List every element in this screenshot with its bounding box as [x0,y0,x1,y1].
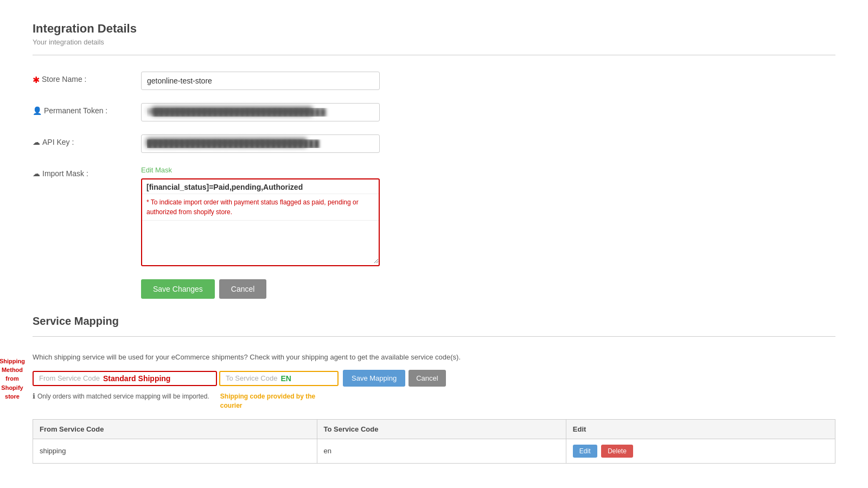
table-row: shipping en Edit Delete [33,439,835,463]
from-service-label: From Service Code [39,374,100,382]
from-code-cell: shipping [33,439,317,463]
from-service-input-wrapper[interactable]: From Service Code Standard Shipping [33,371,217,386]
col-from-service: From Service Code [33,419,317,439]
cloud-icon: ☁ [33,138,40,146]
courier-hint: Shipping code provided by the courier [220,392,315,410]
mask-textarea-outer: [financial_status]=Paid,pending,Authoriz… [141,178,380,266]
shipping-method-side-label: Shipping Method from Shopify store [0,356,30,400]
service-mapping-section: Service Mapping Which shipping service w… [33,315,835,464]
permanent-token-value: 5f████████████████████████████████ [146,107,312,115]
info-text-content: Only orders with matched service mapping… [37,393,209,400]
to-service-input-wrapper[interactable]: To Service Code EN [219,371,339,386]
to-service-value: EN [280,374,291,383]
col-edit: Edit [566,419,835,439]
person-icon: 👤 [33,106,42,115]
mapping-table: From Service Code To Service Code Edit s… [33,419,835,464]
info-icon: ℹ [33,392,35,400]
mask-first-line: [financial_status]=Paid,pending,Authoriz… [142,179,379,194]
side-label-line1: Shipping Method [0,358,25,373]
to-service-label: To Service Code [226,374,277,382]
store-name-label: ✱ Store Name : [33,72,141,85]
info-text: ℹ Only orders with matched service mappi… [33,392,209,400]
required-star: ✱ [33,75,40,85]
cloud-icon-2: ☁ [33,169,40,178]
api-key-label: ☁ API Key : [33,134,141,146]
permanent-token-row: 👤 Permanent Token : 5f██████████████████… [33,103,835,121]
to-code-cell: en [317,439,566,463]
courier-hint-line2: courier [220,402,242,409]
side-label-line2: from Shopify store [1,375,23,400]
import-mask-label: ☁ Import Mask : [33,166,141,178]
store-name-label-text: Store Name : [42,75,86,84]
mask-textarea[interactable] [142,220,379,264]
store-name-input[interactable] [141,72,380,90]
table-header-row: From Service Code To Service Code Edit [33,419,835,439]
edit-row-button[interactable]: Edit [573,445,597,458]
import-mask-wrapper: Edit Mask [financial_status]=Paid,pendin… [141,166,380,266]
info-row: ℹ Only orders with matched service mappi… [33,392,835,410]
page-title: Integration Details [33,22,835,36]
edit-mask-link[interactable]: Edit Mask [141,166,380,174]
mask-hint: * To indicate import order with payment … [142,194,379,220]
divider-2 [33,336,835,337]
page-subtitle: Your integration details [33,38,835,46]
divider [33,55,835,55]
from-service-value: Standard Shipping [103,374,170,383]
save-mapping-button[interactable]: Save Mapping [343,370,405,387]
col-to-service: To Service Code [317,419,566,439]
service-mapping-desc: Which shipping service will be used for … [33,353,835,361]
cancel-mapping-button[interactable]: Cancel [409,370,445,387]
import-mask-label-text: Import Mask : [42,169,88,178]
api-key-label-text: API Key : [42,138,74,146]
form-buttons-row: Save Changes Cancel [141,279,835,299]
courier-hint-line1: Shipping code provided by the [220,393,315,400]
integration-details-form: ✱ Store Name : 👤 Permanent Token : 5f███… [33,72,835,299]
import-mask-row: ☁ Import Mask : Edit Mask [financial_sta… [33,166,835,266]
permanent-token-label: 👤 Permanent Token : [33,103,141,115]
cancel-button[interactable]: Cancel [219,279,267,299]
save-changes-button[interactable]: Save Changes [141,279,215,299]
service-mapping-title: Service Mapping [33,315,835,328]
api-key-value: ████████████████████████████████ [146,138,307,146]
delete-row-button[interactable]: Delete [601,445,633,458]
store-name-row: ✱ Store Name : [33,72,835,90]
api-key-row: ☁ API Key : ████████████████████████████… [33,134,835,153]
edit-cell: Edit Delete [566,439,835,463]
permanent-token-label-text: Permanent Token : [44,106,107,115]
